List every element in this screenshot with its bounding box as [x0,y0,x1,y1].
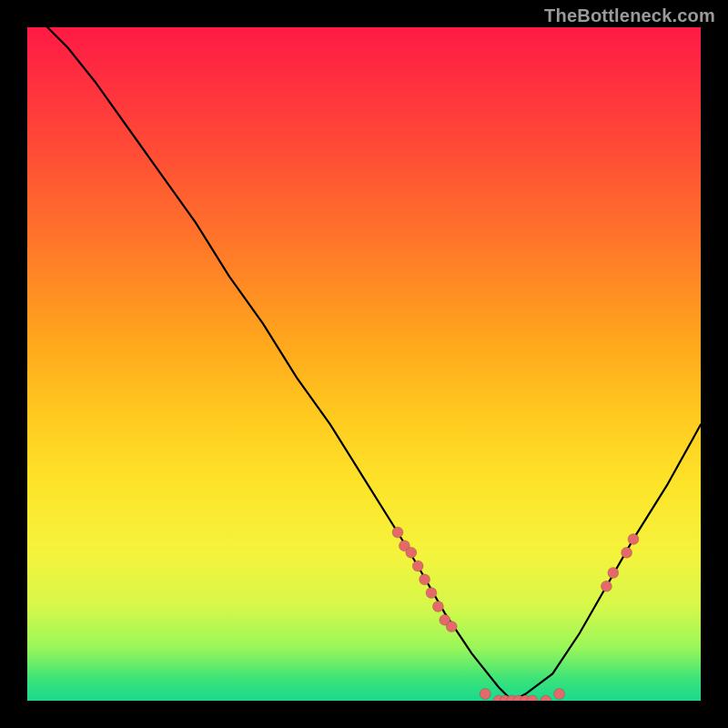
scatter-dot [628,533,639,544]
scatter-dot [412,561,423,571]
scatter-dot [554,689,565,700]
scatter-dot [622,547,632,558]
scatter-dot [608,567,619,578]
scatter-dot [426,588,437,599]
scatter-dot [601,581,612,592]
scatter-dot [432,601,443,612]
scatter-dot [446,622,457,632]
scatter-dot [406,547,417,558]
page-root: TheBottleneck.com [0,0,728,728]
plot-area [27,27,701,701]
scatter-dot [541,695,551,701]
bottleneck-curve [47,27,701,701]
scatter-dot [480,689,490,700]
watermark-text: TheBottleneck.com [544,5,715,26]
chart-overlay [27,27,701,701]
scatter-dot [420,574,430,585]
scatter-dot [392,527,403,538]
scatter-dots [392,527,639,701]
